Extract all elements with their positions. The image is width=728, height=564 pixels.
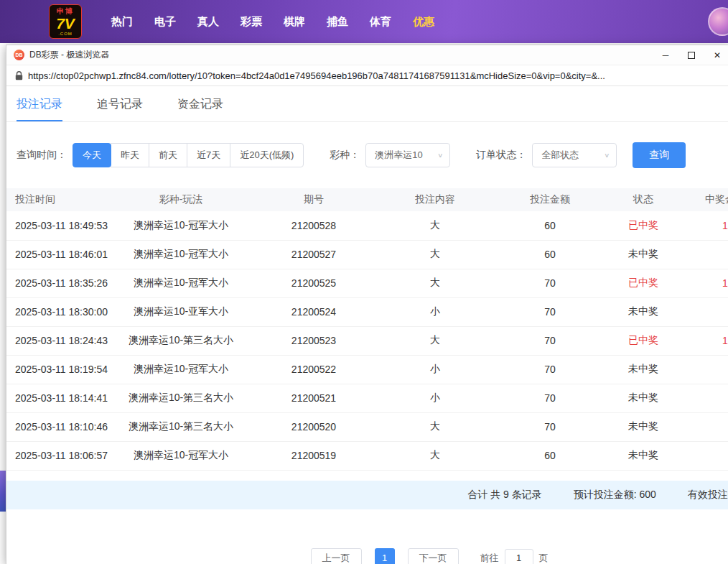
bet-table: 投注时间 彩种-玩法 期号 投注内容 投注金额 状态 中奖金额 2025-03-… — [6, 188, 728, 471]
time-filter-label: 查询时间： — [17, 149, 67, 162]
cell-content: 小 — [378, 297, 492, 326]
cell-issue: 21200525 — [249, 269, 378, 297]
time-option-today[interactable]: 今天 — [73, 143, 111, 167]
maximize-button[interactable] — [678, 45, 704, 65]
maximize-icon — [688, 52, 695, 59]
site-logo[interactable]: 申博 7V .COM — [49, 4, 82, 39]
time-option-20days[interactable]: 近20天(低频) — [230, 143, 304, 167]
cell-play: 澳洲幸运10-第三名大小 — [113, 384, 249, 412]
header-amount: 投注金额 — [492, 188, 608, 211]
cell-status: 未中奖 — [608, 441, 678, 470]
cell-play: 澳洲幸运10-亚军大小 — [113, 297, 249, 326]
site-header: 申博 7V .COM 热门 电子 真人 彩票 棋牌 捕鱼 体育 优惠 — [0, 0, 728, 43]
order-status-select[interactable]: 全部状态 ∨ — [532, 143, 617, 167]
chevron-down-icon: ∨ — [604, 152, 610, 159]
cell-play: 澳洲幸运10-冠军大小 — [113, 441, 249, 470]
site-favicon-icon: DB — [14, 50, 24, 60]
table-row: 2025-03-11 18:10:46澳洲幸运10-第三名大小21200520大… — [6, 412, 728, 441]
cell-bet-time: 2025-03-11 18:24:43 — [6, 326, 113, 355]
minimize-button[interactable]: ─ — [653, 45, 678, 65]
cell-bet-time: 2025-03-11 18:10:46 — [6, 412, 113, 441]
address-bar: https://ctop02pchwp1.zfnc84.com/lottery/… — [6, 65, 728, 86]
browser-window: DB DB彩票 - 极速浏览器 ─ ✕ https://ctop02pchwp1… — [6, 45, 728, 564]
cell-play: 澳洲幸运10-冠军大小 — [113, 211, 249, 240]
tab-chase-records[interactable]: 追号记录 — [97, 89, 143, 121]
lottery-filter-label: 彩种： — [330, 149, 360, 162]
nav-item-promo[interactable]: 优惠 — [402, 15, 445, 29]
nav-item-fishing[interactable]: 捕鱼 — [316, 15, 359, 29]
cell-issue: 21200523 — [249, 326, 378, 355]
site-nav: 热门 电子 真人 彩票 棋牌 捕鱼 体育 优惠 — [101, 15, 445, 29]
nav-item-board[interactable]: 棋牌 — [273, 15, 316, 29]
cell-amount: 70 — [492, 269, 608, 297]
summary-record-count: 合计 共 9 条记录 — [467, 489, 541, 501]
goto-page-input[interactable] — [505, 549, 533, 564]
cell-win-amount: 1 — [678, 211, 728, 240]
bet-table-wrap: 投注时间 彩种-玩法 期号 投注内容 投注金额 状态 中奖金额 2025-03-… — [6, 188, 728, 471]
cell-content: 大 — [378, 211, 492, 240]
lock-icon — [15, 71, 23, 80]
nav-item-sports[interactable]: 体育 — [359, 15, 402, 29]
bet-table-body: 2025-03-11 18:49:53澳洲幸运10-冠军大小21200528大6… — [6, 211, 728, 470]
page-number-1[interactable]: 1 — [375, 548, 395, 564]
close-button[interactable]: ✕ — [704, 45, 728, 65]
lottery-select[interactable]: 澳洲幸运10 ∨ — [365, 143, 450, 167]
cell-issue: 21200527 — [249, 240, 378, 269]
cell-issue: 21200520 — [249, 412, 378, 441]
window-titlebar: DB DB彩票 - 极速浏览器 ─ ✕ — [6, 45, 728, 65]
cell-status: 未中奖 — [608, 297, 678, 326]
cell-play: 澳洲幸运10-冠军大小 — [113, 355, 249, 384]
header-win-amount: 中奖金额 — [678, 188, 728, 211]
record-tabs: 投注记录 追号记录 资金记录 — [6, 89, 728, 122]
tab-fund-records[interactable]: 资金记录 — [177, 89, 223, 121]
cell-issue: 21200528 — [249, 211, 378, 240]
cell-content: 大 — [378, 326, 492, 355]
table-row: 2025-03-11 18:06:57澳洲幸运10-冠军大小21200519大6… — [6, 441, 728, 470]
cell-content: 大 — [378, 269, 492, 297]
cell-issue: 21200522 — [249, 355, 378, 384]
cell-win-amount — [678, 441, 728, 470]
time-option-day-before[interactable]: 前天 — [149, 143, 187, 167]
nav-item-slots[interactable]: 电子 — [144, 15, 187, 29]
table-row: 2025-03-11 18:14:41澳洲幸运10-第三名大小21200521小… — [6, 384, 728, 412]
status-select-value: 全部状态 — [541, 149, 579, 162]
next-page-button[interactable]: 下一页 — [408, 548, 459, 564]
cell-content: 大 — [378, 412, 492, 441]
time-filter-group: 今天 昨天 前天 近7天 近20天(低频) — [73, 143, 304, 167]
cell-bet-time: 2025-03-11 18:19:54 — [6, 355, 113, 384]
window-title: DB彩票 - 极速浏览器 — [29, 49, 109, 61]
cell-amount: 70 — [492, 326, 608, 355]
table-row: 2025-03-11 18:46:01澳洲幸运10-冠军大小21200527大6… — [6, 240, 728, 269]
table-row: 2025-03-11 18:24:43澳洲幸运10-第三名大小21200523大… — [6, 326, 728, 355]
tab-bet-records[interactable]: 投注记录 — [17, 89, 62, 121]
table-row: 2025-03-11 18:30:00澳洲幸运10-亚军大小21200524小7… — [6, 297, 728, 326]
cell-issue: 21200519 — [249, 441, 378, 470]
filter-bar: 查询时间： 今天 昨天 前天 近7天 近20天(低频) 彩种： 澳洲幸运10 ∨… — [17, 142, 720, 168]
cell-amount: 60 — [492, 240, 608, 269]
header-bet-time: 投注时间 — [6, 188, 113, 211]
cell-content: 大 — [378, 441, 492, 470]
cell-amount: 70 — [492, 297, 608, 326]
user-avatar[interactable] — [708, 7, 728, 36]
goto-page: 前往 页 — [480, 549, 549, 564]
lottery-select-value: 澳洲幸运10 — [375, 149, 422, 162]
cell-issue: 21200524 — [249, 297, 378, 326]
summary-expected-amount: 预计投注金额: 600 — [574, 489, 656, 501]
nav-item-live[interactable]: 真人 — [187, 15, 230, 29]
cell-play: 澳洲幸运10-冠军大小 — [113, 269, 249, 297]
cell-bet-time: 2025-03-11 18:06:57 — [6, 441, 113, 470]
cell-status: 已中奖 — [608, 269, 678, 297]
nav-item-hot[interactable]: 热门 — [101, 15, 144, 29]
cell-amount: 70 — [492, 355, 608, 384]
url-input[interactable]: https://ctop02pchwp1.zfnc84.com/lottery/… — [28, 70, 722, 81]
logo-text-top: 申博 — [57, 8, 74, 15]
goto-label: 前往 — [480, 552, 499, 564]
time-option-7days[interactable]: 近7天 — [187, 143, 230, 167]
prev-page-button[interactable]: 上一页 — [311, 548, 362, 564]
header-status: 状态 — [608, 188, 678, 211]
search-button[interactable]: 查询 — [633, 142, 686, 168]
time-option-yesterday[interactable]: 昨天 — [111, 143, 149, 167]
header-content: 投注内容 — [378, 188, 492, 211]
nav-item-lottery[interactable]: 彩票 — [230, 15, 273, 29]
cell-bet-time: 2025-03-11 18:46:01 — [6, 240, 113, 269]
